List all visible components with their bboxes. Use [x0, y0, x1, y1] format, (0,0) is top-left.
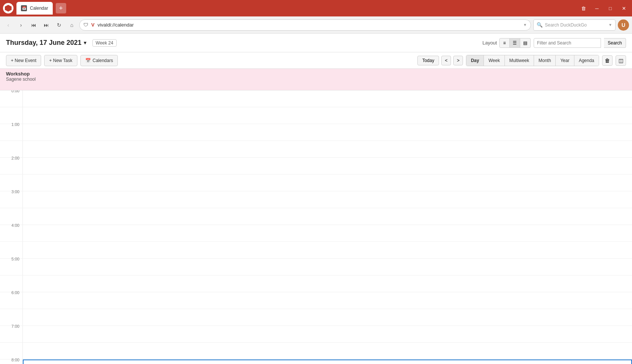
view-tab-agenda[interactable]: Agenda — [574, 55, 599, 66]
time-row-3b — [0, 208, 632, 225]
time-content-7[interactable] — [22, 326, 632, 342]
time-label-5: 5:00 — [0, 256, 22, 273]
navigation-bar: ‹ › ⏮ ⏭ ↻ ⌂ 🛡 V vivaldi://calendar ▼ 🔍 S… — [0, 16, 632, 34]
calendars-icon: 📅 — [85, 58, 91, 63]
layout-label: Layout — [482, 40, 497, 46]
time-content-2[interactable] — [22, 158, 632, 174]
time-grid: 0:00 1:00 2:00 — [0, 90, 632, 364]
time-row-4: 4:00 — [0, 225, 632, 242]
time-row-6: 6:00 — [0, 292, 632, 309]
time-label-1b — [0, 139, 22, 155]
calendar-app: Thursday, 17 June 2021 ▾ Week 24 Layout … — [0, 34, 632, 364]
skip-forward-button[interactable]: ⏭ — [41, 20, 52, 30]
new-event-block[interactable]: + — [23, 360, 632, 364]
time-row-5: 5:00 — [0, 259, 632, 275]
time-content-1[interactable] — [22, 124, 632, 141]
vivaldi-v-icon: V — [91, 22, 95, 28]
calendars-label: Calendars — [93, 58, 113, 63]
calendar-tab-label: Calendar — [30, 6, 48, 11]
time-row-7: 7:00 — [0, 326, 632, 343]
time-content-0b[interactable] — [22, 107, 632, 124]
forward-button[interactable]: › — [16, 20, 26, 30]
time-row-0b — [0, 107, 632, 124]
window-close-button[interactable]: ✕ — [619, 3, 629, 13]
allday-strip[interactable]: Workshop Sagene school — [0, 69, 632, 90]
view-tab-week[interactable]: Week — [484, 55, 504, 66]
view-tab-day[interactable]: Day — [466, 55, 484, 66]
new-event-button[interactable]: + New Event — [6, 55, 41, 66]
home-button[interactable]: ⌂ — [67, 20, 77, 30]
time-grid-container[interactable]: 0:00 1:00 2:00 — [0, 90, 632, 364]
time-content-1b[interactable] — [22, 141, 632, 157]
time-label-0: 0:00 — [0, 90, 22, 105]
window-maximize-button[interactable]: □ — [605, 3, 616, 13]
time-content-7b[interactable] — [22, 343, 632, 359]
time-label-7: 7:00 — [0, 324, 22, 340]
current-date-label: Thursday, 17 June 2021 — [6, 39, 82, 47]
delete-button[interactable]: 🗑 — [602, 55, 613, 66]
layout-buttons: ≡ ☰ ▤ — [499, 38, 531, 48]
vivaldi-logo — [3, 3, 13, 13]
refresh-button[interactable]: ↻ — [54, 20, 64, 30]
time-row-2: 2:00 — [0, 158, 632, 175]
layout-btn-3[interactable]: ▤ — [520, 38, 531, 48]
today-button[interactable]: Today — [417, 56, 439, 65]
new-task-button[interactable]: + New Task — [44, 55, 77, 66]
time-row-3: 3:00 — [0, 191, 632, 208]
date-dropdown-icon[interactable]: ▾ — [84, 40, 86, 46]
address-dropdown-icon[interactable]: ▼ — [523, 23, 527, 27]
time-content-4[interactable] — [22, 225, 632, 241]
calendar-tab-icon: 📅 — [21, 5, 27, 11]
layout-btn-2[interactable]: ☰ — [510, 38, 520, 48]
time-label-2b — [0, 172, 22, 189]
next-period-button[interactable]: > — [453, 56, 463, 65]
time-content-3b[interactable] — [22, 208, 632, 225]
time-row-1: 1:00 — [0, 124, 632, 141]
time-label-1: 1:00 — [0, 122, 22, 138]
search-magnifier-icon: 🔍 — [537, 22, 543, 28]
allday-event-subtitle: Sagene school — [6, 77, 626, 82]
view-tab-month[interactable]: Month — [534, 55, 556, 66]
time-label-7b — [0, 340, 22, 357]
time-content-6[interactable] — [22, 292, 632, 309]
search-dropdown-icon[interactable]: ▼ — [608, 23, 612, 27]
view-tab-year[interactable]: Year — [556, 55, 574, 66]
window-restore-button[interactable]: 🗑 — [578, 3, 589, 13]
calendars-button[interactable]: 📅 Calendars — [80, 55, 118, 66]
layout-btn-1[interactable]: ≡ — [499, 38, 510, 48]
time-row-5b — [0, 275, 632, 292]
action-bar: + New Event + New Task 📅 Calendars Today… — [0, 52, 632, 69]
time-content-0[interactable] — [22, 90, 632, 107]
new-tab-button[interactable]: + — [56, 3, 66, 13]
time-row-4b — [0, 242, 632, 259]
filter-search-input[interactable] — [534, 38, 601, 48]
user-avatar[interactable]: U — [618, 19, 629, 31]
prev-period-button[interactable]: < — [441, 56, 451, 65]
time-content-3[interactable] — [22, 191, 632, 208]
allday-event-workshop[interactable]: Workshop Sagene school — [6, 71, 626, 82]
time-content-8[interactable]: + — [22, 360, 632, 364]
window-minimize-button[interactable]: ─ — [592, 3, 602, 13]
expand-button[interactable]: ◫ — [616, 55, 626, 66]
calendar-tab[interactable]: 📅 Calendar — [16, 2, 53, 15]
search-bar[interactable]: 🔍 Search DuckDuckGo ▼ — [533, 19, 616, 31]
time-label-4: 4:00 — [0, 223, 22, 239]
time-content-2b[interactable] — [22, 175, 632, 191]
shield-icon: 🛡 — [83, 22, 88, 28]
search-button[interactable]: Search — [604, 38, 626, 48]
time-content-4b[interactable] — [22, 242, 632, 258]
time-label-2: 2:00 — [0, 155, 22, 172]
address-bar[interactable]: 🛡 V vivaldi://calendar ▼ — [79, 19, 531, 31]
date-display[interactable]: Thursday, 17 June 2021 ▾ — [6, 39, 86, 47]
search-placeholder: Search DuckDuckGo — [545, 22, 606, 28]
time-label-3: 3:00 — [0, 189, 22, 206]
time-row-1b — [0, 141, 632, 158]
week-badge: Week 24 — [92, 39, 117, 47]
time-content-5[interactable] — [22, 259, 632, 275]
time-content-6b[interactable] — [22, 309, 632, 326]
skip-back-button[interactable]: ⏮ — [28, 20, 39, 30]
time-content-5b[interactable] — [22, 275, 632, 292]
view-tab-multiweek[interactable]: Multiweek — [505, 55, 534, 66]
back-button[interactable]: ‹ — [3, 20, 13, 30]
time-label-6: 6:00 — [0, 290, 22, 306]
